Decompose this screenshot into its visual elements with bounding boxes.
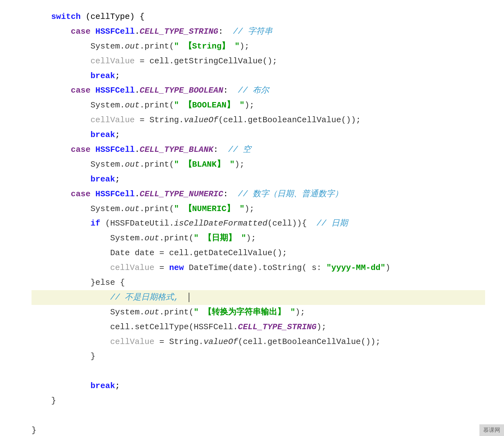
code-line: case HSSFCell.CELL_TYPE_NUMERIC: // 数字（日… (32, 187, 485, 202)
code-line: }else { (32, 275, 485, 290)
code-line (32, 364, 485, 379)
code-line: System.out.print(" 【BLANK】 "); (32, 157, 485, 172)
code-line: case HSSFCell.CELL_TYPE_STRING: // 字符串 (32, 24, 485, 39)
code-line: switch (cellType) { (32, 9, 485, 24)
code-line: break; (32, 379, 485, 393)
code-line: System.out.print(" 【日期】 "); (32, 231, 485, 246)
code-line: cellValue = cell.getStringCellValue(); (32, 54, 485, 69)
code-line: case HSSFCell.CELL_TYPE_BLANK: // 空 (32, 142, 485, 157)
code-line: } (32, 423, 485, 436)
code-line: if (HSSFDateUtil.isCellDateFormatted(cel… (32, 216, 485, 231)
code-line: cell.setCellType(HSSFCell.CELL_TYPE_STRI… (32, 320, 485, 335)
code-line: System.out.print(" 【NUMERIC】 "); (32, 202, 485, 216)
code-line: break; (32, 128, 485, 142)
code-editor: switch (cellType) { case HSSFCell.CELL_T… (0, 0, 504, 436)
code-line-highlighted: // 不是日期格式, (32, 290, 485, 305)
code-line: } (32, 349, 485, 364)
code-line (32, 408, 485, 423)
code-line: break; (32, 69, 485, 83)
bottom-bar-text: 慕课网 (483, 427, 500, 433)
code-line: cellValue = String.valueOf(cell.getBoole… (32, 335, 485, 349)
code-line: Date date = cell.getDateCellValue(); (32, 246, 485, 261)
code-line: case HSSFCell.CELL_TYPE_BOOLEAN: // 布尔 (32, 83, 485, 98)
code-line: } (32, 393, 485, 408)
code-line: System.out.print(" 【String】 "); (32, 39, 485, 54)
code-line: System.out.print(" 【转换为字符串输出】 "); (32, 305, 485, 320)
code-line: cellValue = String.valueOf(cell.getBoole… (32, 113, 485, 128)
code-line: System.out.print(" 【BOOLEAN】 "); (32, 98, 485, 113)
bottom-bar: 慕课网 (479, 424, 504, 436)
code-line: cellValue = new DateTime(date).toString(… (32, 261, 485, 275)
code-line: break; (32, 172, 485, 187)
